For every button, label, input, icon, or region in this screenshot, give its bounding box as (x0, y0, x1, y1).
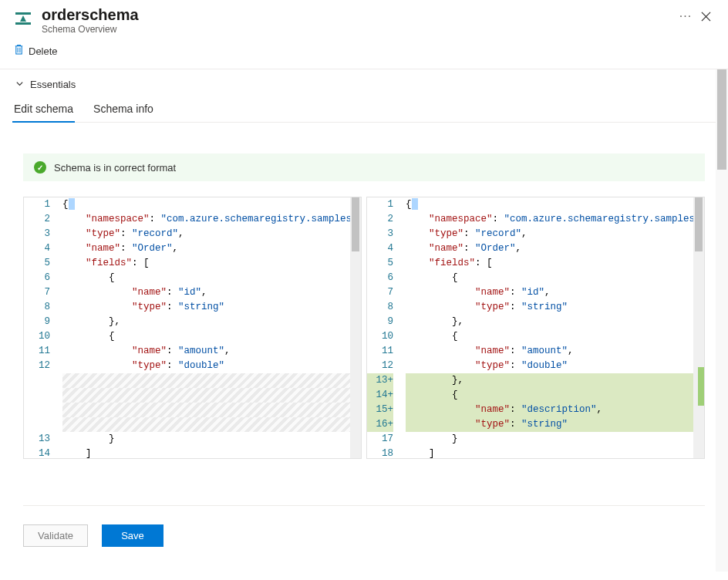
page-subtitle: Schema Overview (42, 24, 668, 35)
minimap-right[interactable] (693, 197, 704, 458)
validate-button[interactable]: Validate (23, 524, 88, 547)
chevron-down-icon (15, 79, 24, 89)
page-title: orderschema (42, 6, 668, 24)
diff-editor: 1 2 3 4 5 6 7 8 9 10 11 12 13 (23, 197, 705, 459)
essentials-toggle[interactable]: Essentials (12, 69, 716, 98)
command-bar: Delete (0, 35, 728, 69)
delete-button[interactable]: Delete (12, 41, 59, 61)
content-scroll[interactable]: Essentials Edit schema Schema info ✓ Sch… (0, 69, 728, 572)
essentials-label: Essentials (30, 79, 76, 90)
schema-icon (12, 8, 34, 29)
close-button[interactable] (696, 6, 716, 26)
success-icon: ✓ (34, 161, 46, 174)
validation-banner: ✓ Schema is in correct format (23, 153, 705, 181)
editor-left[interactable]: 1 2 3 4 5 6 7 8 9 10 11 12 13 (23, 197, 362, 459)
page-scrollbar[interactable] (716, 69, 728, 572)
page-header: orderschema Schema Overview ··· (0, 0, 728, 35)
tab-bar: Edit schema Schema info (12, 98, 716, 123)
action-bar: Validate Save (23, 505, 705, 547)
svg-rect-1 (15, 22, 31, 25)
code-left[interactable]: { "namespace": "com.azure.schemaregistry… (56, 197, 361, 459)
tab-schema-info[interactable]: Schema info (92, 98, 155, 122)
gutter-left: 1 2 3 4 5 6 7 8 9 10 11 12 13 (24, 197, 56, 458)
banner-text: Schema is in correct format (54, 162, 176, 174)
tab-edit-schema[interactable]: Edit schema (12, 98, 75, 123)
gutter-right: 1 2 3 4 5 6 7 8 9 10 11 12 13+ 14+ 15+ 1… (367, 197, 399, 458)
minimap-left[interactable] (350, 197, 361, 458)
delete-label: Delete (29, 46, 58, 57)
diff-marker-add (698, 367, 704, 406)
svg-rect-0 (15, 12, 31, 15)
trash-icon (14, 44, 24, 58)
save-button[interactable]: Save (102, 524, 163, 547)
code-right[interactable]: { "namespace": "com.azure.schemaregistry… (399, 197, 704, 459)
more-menu-button[interactable]: ··· (676, 6, 696, 26)
editor-right[interactable]: 1 2 3 4 5 6 7 8 9 10 11 12 13+ 14+ 15+ 1… (366, 197, 705, 459)
